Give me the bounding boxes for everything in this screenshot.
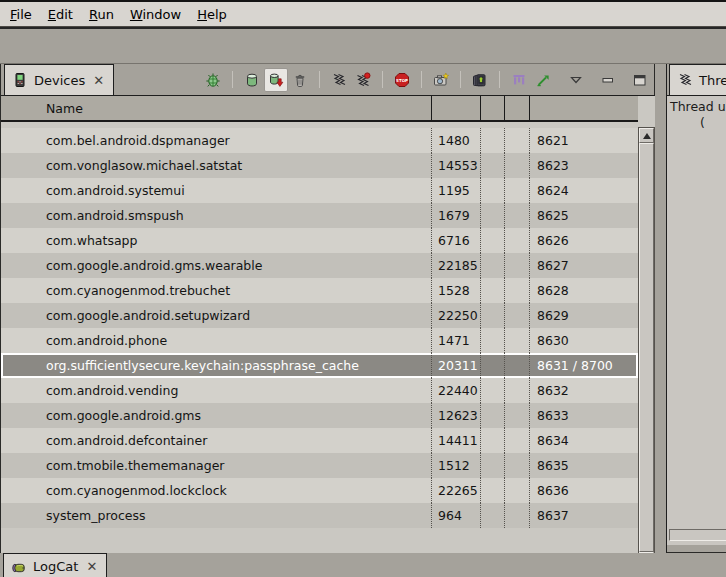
scroll-up-button[interactable] [639,128,654,143]
process-port-cell: 8627 [530,253,638,278]
process-port-cell: 8626 [530,228,638,253]
process-pid-cell: 22185 [432,253,481,278]
process-pid-cell: 1512 [432,453,481,478]
table-row[interactable]: com.bel.android.dspmanager 1480 8621 [1,128,638,153]
process-name-cell: com.android.systemui [1,178,432,203]
start-opengl-trace-button[interactable] [531,68,555,92]
table-row[interactable]: com.android.systemui 1195 8624 [1,178,638,203]
process-pid-cell: 964 [432,503,481,528]
process-name-cell: system_process [1,503,432,528]
process-pid-cell: 12623 [432,403,481,428]
empty-cell [481,303,505,328]
menu-window[interactable]: Window [122,4,189,25]
table-row[interactable]: com.vonglasow.michael.satstat 14553 8623 [1,153,638,178]
close-icon[interactable]: ✕ [91,74,104,87]
screen-capture-button[interactable] [429,68,453,92]
table-row[interactable]: org.sufficientlysecure.keychain:passphra… [1,353,638,378]
column-header-name[interactable]: Name [1,96,432,120]
toolbar-separator [319,71,320,88]
opengl-trace-arrow-icon [535,72,551,88]
table-row[interactable]: com.google.android.gms 12623 8633 [1,403,638,428]
process-name-cell: com.android.defcontainer [1,428,432,453]
empty-cell [505,128,530,153]
dump-view-hierarchy-button[interactable] [468,68,492,92]
stop-process-button[interactable]: STOP [390,68,414,92]
process-name-cell: org.sufficientlysecure.keychain:passphra… [1,353,432,378]
process-port-cell: 8637 [530,503,638,528]
column-header-port[interactable] [530,96,638,120]
table-row[interactable]: com.tmobile.thememanager 1512 8635 [1,453,638,478]
process-port-cell: 8632 [530,378,638,403]
vertical-scrollbar[interactable] [638,127,655,568]
devices-tab-label: Devices [34,73,85,88]
empty-cell [481,203,505,228]
close-icon[interactable]: ✕ [84,560,97,573]
column-header-blank[interactable] [505,96,530,120]
ddms-window: { "menu_bar": { "items": [ { "label": "F… [0,0,726,577]
table-row[interactable]: com.android.smspush 1679 8625 [1,203,638,228]
empty-cell [481,228,505,253]
menu-help[interactable]: Help [189,4,235,25]
process-port-cell: 8630 [530,328,638,353]
debug-process-button[interactable] [201,68,225,92]
tab-devices[interactable]: Devices ✕ [4,64,114,95]
table-row[interactable]: com.google.android.setupwizard 22250 862… [1,303,638,328]
start-method-profiling-button[interactable] [351,68,375,92]
view-menu-button[interactable] [565,69,587,91]
menu-run[interactable]: Run [81,4,122,25]
threads-panel: Threads Thread up ( [666,64,726,553]
threads-profiling-icon [355,72,371,88]
tab-threads[interactable]: Threads [669,64,726,95]
column-header-pid[interactable] [432,96,481,120]
trash-icon [292,72,308,88]
table-row[interactable]: com.google.android.gms.wearable 22185 86… [1,253,638,278]
panel-sash[interactable] [655,64,666,553]
empty-cell [481,253,505,278]
devices-view-toolbar: STOP [201,66,651,93]
svg-text:STOP: STOP [396,77,408,82]
process-port-cell: 8636 [530,478,638,503]
toolbar-separator [499,71,500,88]
table-row[interactable]: system_process 964 8637 [1,503,638,528]
process-name-cell: com.android.phone [1,328,432,353]
empty-cell [481,128,505,153]
minimize-button[interactable] [597,69,619,91]
process-port-cell: 8634 [530,428,638,453]
table-row[interactable]: com.cyanogenmod.trebuchet 1528 8628 [1,278,638,303]
process-pid-cell: 22440 [432,378,481,403]
empty-cell [505,178,530,203]
column-header-blank[interactable] [481,96,505,120]
process-pid-cell: 1471 [432,328,481,353]
menu-bar: File Edit Run Window Help [0,2,726,27]
maximize-button[interactable] [629,69,651,91]
device-phone-icon [12,72,28,88]
toolbar-separator [382,71,383,88]
update-heap-button[interactable] [240,68,264,92]
empty-cell [481,428,505,453]
menu-edit[interactable]: Edit [40,4,81,25]
process-name-cell: com.vonglasow.michael.satstat [1,153,432,178]
process-pid-cell: 1528 [432,278,481,303]
table-row[interactable]: com.android.phone 1471 8630 [1,328,638,353]
capture-system-trace-button[interactable] [507,68,531,92]
logcat-tab-label: LogCat [33,559,78,574]
table-row[interactable]: com.android.defcontainer 14411 8634 [1,428,638,453]
threads-horizontal-scrollbar[interactable] [669,529,726,541]
update-threads-button[interactable] [327,68,351,92]
table-row[interactable]: com.android.vending 22440 8632 [1,378,638,403]
dump-hprof-icon [268,72,284,88]
empty-cell [481,403,505,428]
process-port-cell: 8635 [530,453,638,478]
process-name-cell: com.android.smspush [1,203,432,228]
vertical-scrollbar-thumb[interactable] [639,143,654,552]
dump-hprof-button[interactable] [264,68,288,92]
systrace-icon [511,72,527,88]
empty-cell [481,153,505,178]
tab-logcat[interactable]: LogCat ✕ [3,553,107,577]
table-row[interactable]: com.cyanogenmod.lockclock 22265 8636 [1,478,638,503]
cause-gc-button[interactable] [288,68,312,92]
toolbar-separator [460,71,461,88]
maximize-icon [632,72,648,88]
table-row[interactable]: com.whatsapp 6716 8626 [1,228,638,253]
menu-file[interactable]: File [2,4,40,25]
